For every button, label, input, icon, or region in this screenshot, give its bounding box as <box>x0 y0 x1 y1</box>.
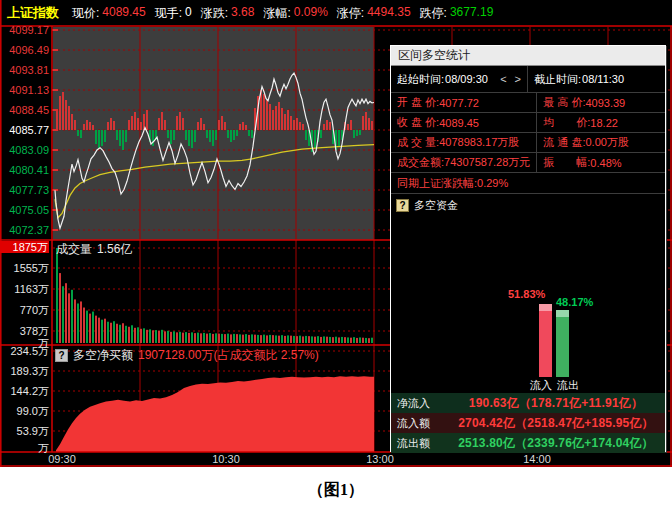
stat-amount: 成交金额:74307587.28万元 <box>391 153 537 173</box>
interval-stats-window[interactable]: 区间多空统计 起始时间: 08/09:30 < > 截止时间: 08/11:30 <box>390 45 666 452</box>
prev-interval-button[interactable]: < <box>500 73 506 85</box>
price-axis-label: 4091.13 <box>0 84 49 96</box>
end-time-label: 截止时间: <box>534 72 581 87</box>
start-time-cell: 起始时间: 08/09:30 < > <box>391 66 528 92</box>
price-axis-label: 4080.41 <box>0 164 49 176</box>
time-axis-label: 10:30 <box>212 453 240 465</box>
price-axis-label: 4083.09 <box>0 144 49 156</box>
volume-chart-title: 成交量 1.56亿 <box>56 241 132 258</box>
funds-table: 净流入 190.63亿（178.71亿+11.91亿） 流入额 2704.42亿… <box>391 393 665 453</box>
time-axis-label: 14:00 <box>523 453 551 465</box>
stat-volume: 成 交 量:4078983.17万股 <box>391 133 537 153</box>
start-time-label: 起始时间: <box>397 72 444 87</box>
figure-caption: （图1） <box>0 480 672 501</box>
stat-high: 最 高 价:4093.39 <box>537 93 665 113</box>
stat-avg: 均 价:18.22 <box>537 113 665 133</box>
table-row-inflow: 流入额 2704.42亿（2518.47亿+185.95亿） <box>391 413 665 433</box>
inflow-pct-label: 51.83% <box>508 288 545 300</box>
volume-label: 成交量 <box>56 241 92 258</box>
stat-open: 开 盘 价:4077.72 <box>391 93 537 113</box>
window-title-bar[interactable]: 区间多空统计 <box>391 46 665 66</box>
netbuy-axis-label: 144.2万 <box>0 385 49 397</box>
volume-axis-label: 1555万 <box>0 262 49 274</box>
start-time-value: 08/09:30 <box>445 73 488 85</box>
price-axis-label: 4075.05 <box>0 204 49 216</box>
netbuy-help-icon[interactable]: ? <box>55 349 68 362</box>
netbuy-value: 1907128.00万(占成交额比 2.57%) <box>138 347 319 364</box>
outflow-axis-label: 流出 <box>557 378 579 393</box>
netbuy-axis-label: 万 <box>0 442 49 454</box>
netbuy-axis-label: 99.0万 <box>0 405 49 417</box>
time-axis-label: 13:00 <box>366 453 394 465</box>
stat-amplitude: 振 幅:0.48% <box>537 153 665 173</box>
funds-help-icon[interactable]: ? <box>396 199 409 212</box>
inflow-bar <box>539 304 552 377</box>
price-axis-label: 4072.37 <box>0 224 49 236</box>
screenshot-stage: 上证指数 现价:4089.45现手:0涨跌:3.68涨幅:0.09%涨停:449… <box>0 0 672 514</box>
table-row-net-inflow: 净流入 190.63亿（178.71亿+11.91亿） <box>391 393 665 413</box>
netbuy-axis-label: 234.5万 <box>0 345 49 357</box>
netbuy-chart-title: ? 多空净买额 1907128.00万(占成交额比 2.57%) <box>55 347 319 364</box>
outflow-pct-label: 48.17% <box>556 296 593 308</box>
end-time-value: 08/11:30 <box>582 73 624 85</box>
inflow-axis-label: 流入 <box>530 378 552 393</box>
price-axis-label: 4088.45 <box>0 104 49 116</box>
price-axis-label: 4085.77 <box>0 124 49 136</box>
price-axis-label: 4077.73 <box>0 184 49 196</box>
funds-bars-area: 51.83% 48.17% 流入 流出 <box>391 216 665 393</box>
end-time-cell: 截止时间: 08/11:30 <box>528 66 665 92</box>
stat-close: 收 盘 价:4089.45 <box>391 113 537 133</box>
interval-stats-grid: 开 盘 价:4077.72 最 高 价:4093.39 收 盘 价:4089.4… <box>391 93 665 173</box>
price-axis-label: 4096.49 <box>0 44 49 56</box>
volume-axis-label: 378万 <box>0 325 49 337</box>
next-interval-button[interactable]: > <box>515 73 521 85</box>
price-axis-label: 4099.17 <box>0 24 49 36</box>
netbuy-axis-label: 189.3万 <box>0 365 49 377</box>
volume-axis-label: 770万 <box>0 304 49 316</box>
volume-axis-label: 1163万 <box>0 283 49 295</box>
trading-app-window: 上证指数 现价:4089.45现手:0涨跌:3.68涨幅:0.09%涨停:449… <box>0 0 672 467</box>
netbuy-axis-label: 53.9万 <box>0 425 49 437</box>
outflow-bar-cap <box>556 310 569 317</box>
netbuy-label: 多空净买额 <box>73 347 133 364</box>
price-axis-label: 4093.81 <box>0 64 49 76</box>
volume-value: 1.56亿 <box>97 241 132 258</box>
outflow-bar <box>556 310 569 377</box>
interval-time-row: 起始时间: 08/09:30 < > 截止时间: 08/11:30 <box>391 66 665 93</box>
stat-float: 流 通 盘:0.00万股 <box>537 133 665 153</box>
period-change-row: 同期上证涨跌幅:0.29% <box>391 173 665 194</box>
funds-section-header: ? 多空资金 <box>391 194 665 216</box>
inflow-bar-cap <box>539 304 552 311</box>
time-axis-label: 09:30 <box>48 453 76 465</box>
table-row-outflow: 流出额 2513.80亿（2339.76亿+174.04亿） <box>391 433 665 453</box>
volume-axis-label: 1875万 <box>0 241 49 253</box>
funds-title: 多空资金 <box>414 198 458 213</box>
